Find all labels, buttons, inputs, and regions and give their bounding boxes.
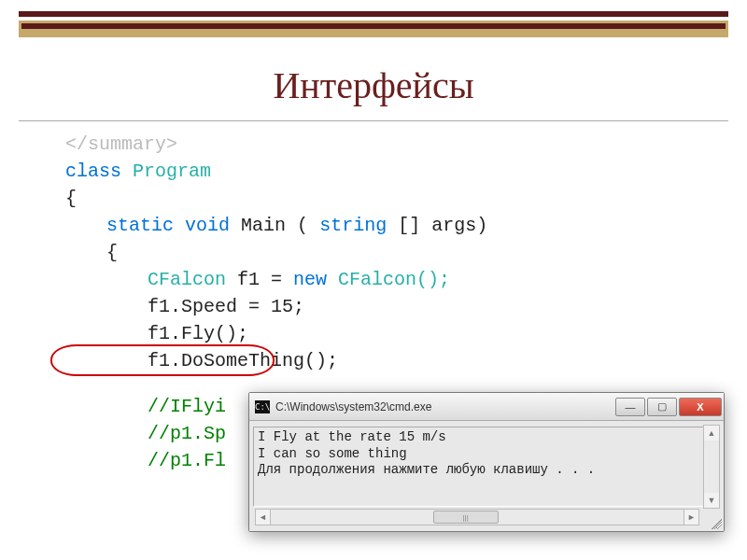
code-brace-open: { — [65, 185, 747, 212]
code-line-new: CFalcon f1 = new CFalcon(); — [65, 266, 747, 293]
ctor-call: CFalcon(); — [338, 269, 450, 290]
h-scroll-thumb[interactable]: ||| — [433, 511, 499, 524]
title-container: Интерфейсы — [0, 63, 747, 107]
title-divider — [19, 120, 728, 121]
var-f1-eq: f1 = — [237, 269, 293, 290]
minimize-button[interactable]: — — [615, 398, 645, 416]
slide-header-bars — [0, 0, 747, 37]
close-button[interactable]: X — [679, 398, 722, 416]
code-line-class: class Program — [65, 158, 747, 185]
h-scrollbar[interactable]: ◄ ||| ► — [255, 509, 699, 525]
kw-void: void — [185, 215, 230, 236]
scroll-up-icon[interactable]: ▲ — [704, 426, 719, 441]
console-line-3: Для продолжения нажмите любую клавишу . … — [258, 462, 595, 477]
console-window: C:\ C:\Windows\system32\cmd.exe — ▢ X I … — [248, 392, 725, 532]
maximize-button[interactable]: ▢ — [647, 398, 677, 416]
code-line-main-sig: static void Main ( string [] args) — [65, 212, 747, 239]
code-line-dosomething: f1.DoSomeThing(); — [148, 350, 338, 371]
console-titlebar[interactable]: C:\ C:\Windows\system32\cmd.exe — ▢ X — [249, 393, 724, 421]
window-buttons: — ▢ X — [615, 398, 722, 416]
console-line-2: I can so some thing — [258, 446, 407, 461]
console-line-1: I Fly at the rate 15 m/s — [258, 429, 446, 444]
type-cfalcon: CFalcon — [148, 269, 226, 290]
kw-static: static — [106, 215, 174, 236]
console-title: C:\Windows\system32\cmd.exe — [275, 400, 615, 413]
kw-class: class — [65, 161, 121, 182]
scroll-right-icon[interactable]: ► — [684, 510, 698, 525]
code-line-fly: f1.Fly(); — [65, 320, 747, 347]
spacer — [65, 374, 747, 393]
cmd-icon: C:\ — [255, 400, 270, 413]
v-scrollbar[interactable]: ▲ ▼ — [703, 425, 720, 509]
scroll-down-icon[interactable]: ▼ — [704, 493, 719, 508]
console-body: I Fly at the rate 15 m/s I can so some t… — [249, 421, 724, 531]
code-line-circled-wrap: f1.DoSomeThing(); — [65, 347, 747, 374]
code-line-speed: f1.Speed = 15; — [65, 293, 747, 320]
slide-title: Интерфейсы — [0, 63, 747, 107]
decor-bar-gold — [19, 21, 728, 37]
code-line-summary-close: </summary> — [65, 131, 747, 158]
scroll-left-icon[interactable]: ◄ — [256, 510, 271, 525]
console-output: I Fly at the rate 15 m/s I can so some t… — [253, 427, 720, 507]
kw-string: string — [319, 215, 387, 236]
main-name: Main — [241, 215, 286, 236]
main-args-rest: [] args) — [398, 215, 487, 236]
kw-new: new — [293, 269, 327, 290]
resize-grip[interactable] — [709, 516, 722, 529]
main-args-open: ( — [297, 215, 308, 236]
type-program: Program — [133, 161, 211, 182]
code-brace-open-2: { — [65, 239, 747, 266]
decor-bar-top — [19, 11, 728, 17]
